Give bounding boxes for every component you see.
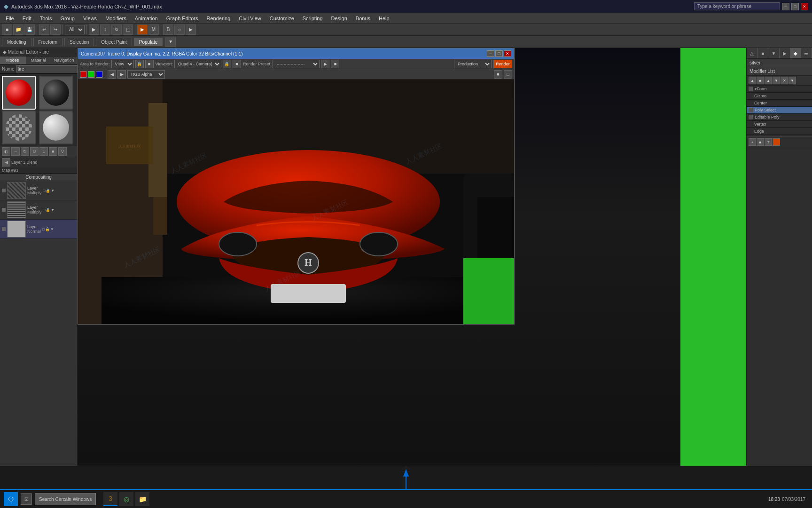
select-button[interactable]: ▶	[89, 24, 99, 35]
redo-button[interactable]: ↪	[50, 24, 61, 35]
mat-sphere-2[interactable]	[39, 76, 73, 110]
layer2-visibility-icon[interactable]: □	[43, 208, 46, 212]
rp-motion-tab[interactable]: ▶	[780, 48, 790, 58]
render-button[interactable]: ▶	[137, 24, 148, 35]
area-to-render-select[interactable]: View	[111, 60, 134, 68]
taskbar-chrome-icon[interactable]: ◎	[119, 492, 133, 506]
display-render-btn[interactable]: ■	[494, 70, 502, 79]
rp-delete-btn[interactable]: ✕	[781, 77, 788, 84]
layer3-options-icon[interactable]: ▼	[50, 227, 54, 231]
rotate-button[interactable]: ↻	[111, 24, 122, 35]
move-button[interactable]: ↕	[100, 24, 110, 35]
menu-help[interactable]: Help	[375, 15, 393, 22]
rp-stack-btn[interactable]: ■	[757, 77, 764, 84]
menu-graph-editors[interactable]: Graph Editors	[163, 15, 202, 22]
rp-display-tab[interactable]: ◆	[790, 48, 801, 58]
mat-material-tab[interactable]: Material	[26, 56, 52, 64]
mat-sphere-1[interactable]	[2, 76, 36, 110]
menu-design[interactable]: Design	[328, 15, 351, 22]
save-button[interactable]: 💾	[24, 24, 35, 35]
search-bar[interactable]: Search Cercain Windows	[35, 493, 96, 505]
tab-modeling[interactable]: Modeling	[2, 38, 31, 46]
mat-sphere-4[interactable]	[39, 111, 73, 144]
reset-material-btn[interactable]: ↻	[21, 147, 29, 156]
layer2-options-icon[interactable]: ▼	[51, 208, 55, 212]
mat-navigation-tab[interactable]: Navigation	[51, 56, 77, 64]
bone-button[interactable]: B	[163, 24, 173, 35]
menu-scripting[interactable]: Scripting	[299, 15, 327, 22]
open-button[interactable]: 📁	[13, 24, 23, 35]
rp-down-btn[interactable]: ▼	[773, 77, 780, 84]
put-to-library-btn[interactable]: L	[39, 147, 48, 156]
modifier-gizmo[interactable]: Gizmo	[747, 93, 812, 100]
red-channel-btn[interactable]	[80, 71, 86, 78]
rp-color-btn[interactable]	[773, 138, 780, 146]
menu-group[interactable]: Group	[56, 15, 78, 22]
tab-populate[interactable]: Populate	[134, 38, 163, 46]
light-button[interactable]: ☼	[174, 24, 185, 35]
layer-row-1[interactable]: Layer Multiply □ 🔒 ▼	[0, 181, 77, 200]
undo-button[interactable]: ↩	[39, 24, 49, 35]
layer2-lock-icon[interactable]: 🔒	[46, 208, 50, 212]
preset-load-btn[interactable]: ▶	[321, 60, 329, 68]
rp-modify-tab[interactable]: ■	[757, 48, 768, 58]
menu-views[interactable]: Views	[79, 15, 101, 22]
rp-name-input[interactable]	[747, 59, 812, 67]
get-material-btn[interactable]: ◐	[2, 147, 10, 156]
menu-file[interactable]: File	[2, 15, 18, 22]
render-win-close[interactable]: ✕	[504, 50, 511, 57]
render-win-minimize[interactable]: –	[487, 50, 494, 57]
scroll-left-btn[interactable]: ◀	[2, 158, 10, 167]
menu-civil-view[interactable]: Civil View	[235, 15, 265, 22]
render-win-maximize[interactable]: □	[495, 50, 503, 57]
menu-tools[interactable]: Tools	[36, 15, 56, 22]
mat-sphere-3[interactable]	[2, 111, 36, 144]
next-frame-btn[interactable]: ▶	[117, 70, 126, 79]
minimize-button[interactable]: –	[782, 3, 789, 10]
layer-lock-icon[interactable]: 🔒	[46, 189, 50, 193]
production-select[interactable]: Production	[454, 60, 492, 68]
selection-filter[interactable]: All	[65, 25, 85, 34]
new-button[interactable]: ■	[2, 24, 12, 35]
make-unique-btn[interactable]: U	[30, 147, 39, 156]
rp-type-btn[interactable]: T	[765, 138, 772, 146]
channel-mode-select[interactable]: RGB Alpha	[127, 70, 165, 79]
modifier-edge[interactable]: Edge	[747, 128, 812, 135]
viewport-config-btn[interactable]: ■	[233, 60, 241, 68]
render-preset-select[interactable]: --------------------	[273, 60, 320, 68]
maximize-button[interactable]: □	[791, 3, 799, 10]
populate-dropdown[interactable]: ▼	[165, 37, 176, 47]
taskbar-cortana[interactable]: ☑	[21, 493, 32, 505]
tab-freeform[interactable]: Freeform	[33, 38, 63, 46]
show-viewport-btn[interactable]: V	[58, 147, 67, 156]
tab-object-paint[interactable]: Object Paint	[96, 38, 132, 46]
rp-add-btn[interactable]: +	[749, 138, 756, 146]
green-channel-btn[interactable]	[88, 71, 94, 78]
menu-modifiers[interactable]: Modifiers	[102, 15, 130, 22]
menu-rendering[interactable]: Rendering	[203, 15, 234, 22]
render-btn[interactable]: Render	[493, 60, 512, 68]
modifier-vertex[interactable]: Vertex	[747, 121, 812, 128]
rp-config-btn[interactable]: ▼	[789, 77, 796, 84]
rp-select-all-btn[interactable]: ■	[757, 138, 764, 146]
modifier-center[interactable]: Center	[747, 100, 812, 107]
prev-frame-btn[interactable]: ◀	[108, 70, 116, 79]
layer-row-3[interactable]: Layer Normal □ 🔒 ▼	[0, 220, 77, 239]
layer-row-2[interactable]: Layer Multiply □ 🔒 ▼	[0, 200, 77, 220]
search-input[interactable]: Type a keyword or phrase	[694, 2, 780, 10]
close-button[interactable]: ✕	[801, 3, 808, 10]
viewport-lock-btn[interactable]: 🔒	[223, 60, 231, 68]
mat-name-input[interactable]	[16, 65, 79, 72]
viewport-select[interactable]: Quad 4 - Camera(	[174, 60, 221, 68]
layer3-visibility-icon[interactable]: □	[42, 227, 45, 231]
blue-channel-btn[interactable]	[96, 71, 102, 78]
modifier-editable-poly[interactable]: Editable Poly	[747, 114, 812, 121]
preset-save-btn[interactable]: ■	[331, 60, 339, 68]
rp-up-btn[interactable]: ▲	[765, 77, 772, 84]
layer-options-icon[interactable]: ▼	[51, 189, 55, 193]
taskbar-3dsmax-icon[interactable]: 3	[103, 492, 117, 506]
tab-selection[interactable]: Selection	[64, 38, 94, 46]
rp-hierarchy-tab[interactable]: ▼	[768, 48, 779, 58]
menu-customize[interactable]: Customize	[266, 15, 298, 22]
taskbar-explorer-icon[interactable]: 📁	[135, 492, 149, 506]
